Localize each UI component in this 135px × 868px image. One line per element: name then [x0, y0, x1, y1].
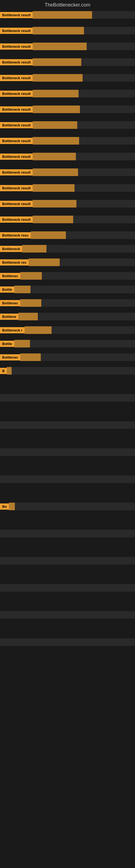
bar-track	[22, 245, 135, 252]
bottleneck-row: Bottleneck result	[0, 135, 135, 146]
bottleneck-label[interactable]: Bottleneck result	[0, 216, 33, 223]
bar-track	[20, 299, 135, 307]
bar-track	[14, 340, 135, 347]
bottleneck-row: Bottleneck result	[0, 183, 135, 193]
bar-fill	[33, 121, 77, 129]
bottleneck-label[interactable]: Bottleneck result	[0, 154, 33, 160]
bottleneck-row: Bottleneck r	[0, 325, 135, 336]
bottleneck-label[interactable]: Bottleneck result	[0, 59, 33, 65]
bar-track	[0, 394, 135, 402]
bar-track	[9, 503, 135, 510]
bottleneck-label[interactable]: Bottleneck	[0, 246, 22, 252]
bar-track	[33, 168, 135, 176]
bottleneck-row: Bottlenec	[0, 271, 135, 281]
bar-fill	[22, 245, 46, 252]
bottleneck-label[interactable]: Bottleneck result	[0, 43, 33, 50]
bar-track	[14, 286, 135, 293]
bar-fill	[33, 74, 83, 82]
bottleneck-row: Bottleneck result	[0, 57, 135, 67]
bottleneck-label[interactable]: Bottlenec	[0, 354, 20, 361]
bottleneck-row: Bottleneck result	[0, 88, 135, 99]
bottleneck-label[interactable]: Bottleneck result	[0, 185, 33, 191]
bottleneck-row: Bottleneck resu	[0, 230, 135, 241]
bottleneck-row	[0, 474, 135, 485]
bar-fill	[33, 200, 77, 208]
bar-track	[0, 638, 135, 646]
bottleneck-label[interactable]: Bottleneck result	[0, 169, 33, 176]
bottleneck-label[interactable]: Bottleneck result	[0, 106, 33, 113]
bottleneck-label[interactable]: Bottleneck result	[0, 12, 33, 18]
bottleneck-row: Bottleneck result	[0, 104, 135, 115]
bar-fill	[14, 340, 30, 347]
bottleneck-label[interactable]: Bottleneck result	[0, 138, 33, 144]
bottleneck-row: Bottle	[0, 284, 135, 295]
bottleneck-row: Bottlenec	[0, 352, 135, 363]
bottleneck-row: Bottleneck result	[0, 167, 135, 178]
bottleneck-row: Bottleneck	[0, 243, 135, 254]
bar-track	[33, 121, 135, 129]
bar-track	[33, 105, 135, 113]
bottleneck-row	[0, 393, 135, 403]
bar-track	[31, 231, 135, 239]
bottleneck-row: Bottleneck result	[0, 25, 135, 36]
bar-fill	[9, 503, 15, 510]
bar-fill	[33, 216, 73, 223]
bottleneck-row: Bottleneck result	[0, 151, 135, 162]
bar-track	[0, 584, 135, 592]
bottleneck-row	[0, 637, 135, 648]
bottleneck-row	[0, 420, 135, 431]
bar-track	[33, 27, 135, 34]
bar-track	[33, 200, 135, 208]
bottleneck-row	[0, 447, 135, 458]
bar-fill	[33, 168, 78, 176]
bottleneck-label[interactable]: Bottlenec	[0, 273, 20, 279]
bar-track	[33, 153, 135, 160]
bottleneck-label[interactable]: B	[0, 368, 7, 374]
bottleneck-label[interactable]: Bottleneck result	[0, 122, 33, 128]
bottleneck-label[interactable]: Bottleneck result	[0, 201, 33, 207]
bar-track	[0, 530, 135, 537]
bottleneck-row: Bottlenec	[0, 298, 135, 308]
bar-track	[0, 475, 135, 483]
bottleneck-label[interactable]: Bottleneck resu	[0, 232, 31, 239]
bottleneck-label[interactable]: Bottle	[0, 341, 14, 347]
bottleneck-label[interactable]: Bottle	[0, 286, 14, 293]
bar-track	[29, 258, 135, 266]
bar-fill	[33, 11, 92, 19]
bottleneck-label[interactable]: Bottlenec	[0, 300, 20, 306]
bar-track	[7, 367, 135, 375]
bottleneck-row: Bottlene	[0, 311, 135, 322]
bar-fill	[33, 42, 87, 50]
site-title: TheBottlenecker.com	[0, 0, 135, 9]
bar-track	[33, 184, 135, 192]
bottleneck-label[interactable]: Bottleneck r	[0, 327, 25, 333]
bar-track	[20, 272, 135, 280]
bar-fill	[29, 258, 60, 266]
bar-fill	[7, 367, 12, 375]
bar-fill	[20, 353, 41, 361]
bar-fill	[33, 105, 80, 113]
bottleneck-row: Bottleneck result	[0, 214, 135, 225]
bar-track	[33, 137, 135, 145]
bottleneck-row: Bottleneck result	[0, 198, 135, 209]
bottleneck-label[interactable]: Bottlene	[0, 314, 18, 320]
bar-fill	[31, 231, 66, 239]
bar-track	[0, 448, 135, 456]
bottleneck-row: Bottleneck result	[0, 9, 135, 20]
bottleneck-label[interactable]: Bottleneck result	[0, 75, 33, 81]
bottleneck-label[interactable]: Bottleneck result	[0, 91, 33, 97]
bottleneck-row: Bottleneck result	[0, 72, 135, 83]
bottleneck-row	[0, 610, 135, 620]
bottleneck-row	[0, 555, 135, 566]
bottleneck-label[interactable]: Bo	[0, 503, 9, 510]
bar-track	[0, 421, 135, 429]
bottleneck-label[interactable]: Bottleneck res	[0, 259, 29, 266]
bar-track	[0, 611, 135, 619]
bar-track	[20, 353, 135, 361]
bottleneck-label[interactable]: Bottleneck result	[0, 28, 33, 34]
bar-fill	[20, 299, 41, 307]
bar-fill	[33, 90, 79, 97]
bar-track	[25, 326, 135, 334]
bar-fill	[33, 27, 84, 34]
bottleneck-row: B	[0, 365, 135, 376]
